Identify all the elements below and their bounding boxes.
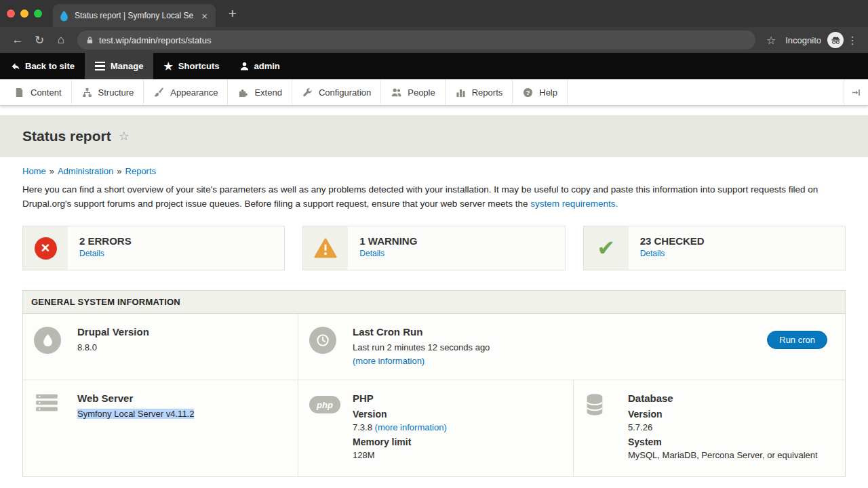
content-file-icon xyxy=(14,87,25,98)
panel-row-1: Drupal Version 8.8.0 Last Cron Run Last … xyxy=(23,314,845,380)
url-text: test.wip/admin/reports/status xyxy=(99,35,211,45)
cron-more-information-link[interactable]: (more information) xyxy=(353,356,425,366)
checked-details-link[interactable]: Details xyxy=(640,249,665,258)
php-more-information-link[interactable]: (more information) xyxy=(375,422,447,432)
page-content: Home»Administration»Reports Here you can… xyxy=(0,157,868,488)
intro-text: Here you can find a short overview of yo… xyxy=(22,184,818,209)
tab-close-icon[interactable]: × xyxy=(199,11,210,21)
people-icon xyxy=(391,87,402,98)
breadcrumb-administration-link[interactable]: Administration xyxy=(58,166,113,176)
checked-count-label: 23 CHECKED xyxy=(640,235,705,247)
reports-chart-icon xyxy=(455,87,467,98)
php-cell: php PHP Version 7.3.8 (more information)… xyxy=(298,380,573,476)
last-cron-run-cell: Last Cron Run Last run 2 minutes 12 seco… xyxy=(298,314,845,380)
browser-tab[interactable]: Status report | Symfony Local Se × xyxy=(53,4,216,27)
tab-strip: Status report | Symfony Local Se × + xyxy=(0,0,868,27)
back-to-site-icon xyxy=(10,62,20,71)
menu-item-reports[interactable]: Reports xyxy=(446,79,513,105)
home-icon[interactable]: ⌂ xyxy=(50,30,72,50)
general-system-information-panel: GENERAL SYSTEM INFORMATION Drupal Versio… xyxy=(22,290,846,477)
extend-puzzle-icon xyxy=(237,87,249,98)
menu-item-extend[interactable]: Extend xyxy=(228,79,292,105)
user-account-button[interactable]: admin xyxy=(230,53,290,79)
php-memory-limit-label: Memory limit xyxy=(353,435,562,449)
browser-menu-icon[interactable]: ⋮ xyxy=(844,34,861,47)
back-icon[interactable]: ← xyxy=(7,30,28,50)
page-header: Status report ☆ xyxy=(0,115,868,157)
back-to-site-button[interactable]: Back to site xyxy=(0,53,85,79)
drupal-version-title: Drupal Version xyxy=(77,325,287,339)
address-bar[interactable]: test.wip/admin/reports/status xyxy=(77,30,755,49)
menu-item-help[interactable]: ? Help xyxy=(513,79,568,105)
database-cell: Database Version 5.7.26 System MySQL, Ma… xyxy=(573,380,845,476)
add-shortcut-star-icon[interactable]: ☆ xyxy=(119,129,130,144)
clock-icon xyxy=(309,327,336,354)
tray-orientation-toggle[interactable] xyxy=(844,79,868,105)
configuration-wrench-icon xyxy=(302,87,313,98)
shortcuts-button[interactable]: ★ Shortcuts xyxy=(153,53,229,79)
reload-icon[interactable]: ↻ xyxy=(28,30,50,50)
web-server-icon xyxy=(34,393,77,412)
menu-item-appearance[interactable]: Appearance xyxy=(144,79,228,105)
menu-item-structure[interactable]: Structure xyxy=(72,79,144,105)
errors-card: × 2 ERRORS Details xyxy=(22,226,285,270)
warning-icon xyxy=(314,238,337,258)
minimize-window-button[interactable] xyxy=(20,9,28,18)
drupal-favicon-icon xyxy=(59,10,69,22)
panel-row-2: Web Server Symfony Local Server v4.11.2 … xyxy=(23,380,845,476)
database-title: Database xyxy=(628,392,834,405)
manage-button[interactable]: Manage xyxy=(85,53,153,79)
breadcrumb-reports-link[interactable]: Reports xyxy=(125,166,157,176)
errors-details-link[interactable]: Details xyxy=(79,249,104,258)
incognito-icon xyxy=(827,32,844,48)
php-version-label: Version xyxy=(353,407,562,421)
window-controls xyxy=(7,9,42,18)
incognito-label: Incognito xyxy=(785,35,821,45)
drupal-version-value: 8.8.0 xyxy=(77,341,287,354)
drupal-admin-toolbar: Back to site Manage ★ Shortcuts admin xyxy=(0,53,868,79)
close-window-button[interactable] xyxy=(7,9,15,18)
browser-window: Status report | Symfony Local Se × + ← ↻… xyxy=(0,0,868,488)
breadcrumb-home-link[interactable]: Home xyxy=(22,166,46,176)
database-icon xyxy=(585,393,628,416)
intro-paragraph: Here you can find a short overview of yo… xyxy=(22,182,846,211)
php-title: PHP xyxy=(353,392,562,405)
php-memory-limit-value: 128M xyxy=(353,449,562,462)
warnings-card: 1 WARNING Details xyxy=(302,226,565,270)
web-server-value: Symfony Local Server v4.11.2 xyxy=(77,409,194,419)
warnings-details-link[interactable]: Details xyxy=(359,249,384,258)
errors-count-label: 2 ERRORS xyxy=(79,235,132,247)
menu-item-people[interactable]: People xyxy=(381,79,445,105)
last-cron-run-title: Last Cron Run xyxy=(353,325,767,339)
drupal-version-cell: Drupal Version 8.8.0 xyxy=(23,314,298,380)
breadcrumb: Home»Administration»Reports xyxy=(22,166,846,176)
run-cron-button[interactable]: Run cron xyxy=(767,331,827,349)
hamburger-icon xyxy=(95,62,105,71)
panel-header: GENERAL SYSTEM INFORMATION xyxy=(23,291,845,314)
web-server-title: Web Server xyxy=(77,392,287,405)
admin-menu: Content Structure Appearance Extend Conf… xyxy=(0,79,868,106)
database-system-label: System xyxy=(628,435,834,449)
database-system-value: MySQL, MariaDB, Percona Server, or equiv… xyxy=(628,449,834,462)
error-icon: × xyxy=(35,237,57,260)
breadcrumb-separator: » xyxy=(50,166,54,176)
content-gap xyxy=(0,106,868,115)
structure-sitemap-icon xyxy=(81,87,93,98)
breadcrumb-separator: » xyxy=(117,166,121,176)
shortcuts-star-icon: ★ xyxy=(163,61,172,71)
user-icon xyxy=(240,62,249,70)
fullscreen-window-button[interactable] xyxy=(34,9,42,18)
browser-toolbar: ← ↻ ⌂ test.wip/admin/reports/status ☆ In… xyxy=(0,27,868,53)
database-version-value: 5.7.26 xyxy=(628,421,834,434)
checked-card: ✔ 23 CHECKED Details xyxy=(583,226,846,270)
system-requirements-link[interactable]: system requirements. xyxy=(530,199,618,209)
help-question-icon: ? xyxy=(522,87,534,98)
bookmark-star-icon[interactable]: ☆ xyxy=(761,34,781,47)
appearance-brush-icon xyxy=(153,87,165,98)
menu-item-configuration[interactable]: Configuration xyxy=(292,79,381,105)
php-version-value: 7.3.8 xyxy=(353,422,372,432)
checkmark-icon: ✔ xyxy=(597,237,615,259)
web-server-cell: Web Server Symfony Local Server v4.11.2 xyxy=(23,380,298,476)
menu-item-content[interactable]: Content xyxy=(4,79,72,105)
new-tab-button[interactable]: + xyxy=(224,5,241,22)
